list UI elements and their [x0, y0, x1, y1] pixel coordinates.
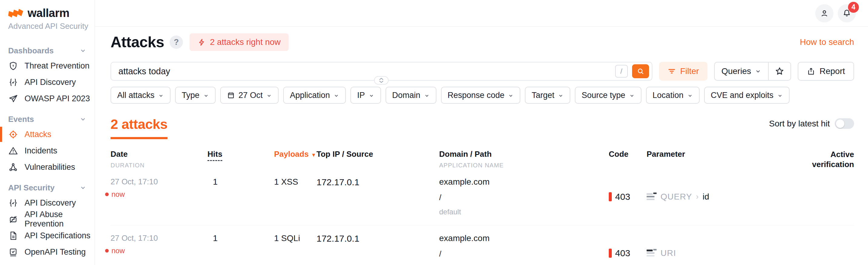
search-button[interactable]	[632, 64, 649, 78]
sort-toggle[interactable]	[835, 118, 854, 129]
attack-application: default	[439, 208, 609, 216]
attack-domain[interactable]: example.com	[439, 233, 609, 243]
page-title: Attacks	[111, 33, 164, 51]
lightning-icon	[197, 38, 206, 47]
filter-chip-source-type[interactable]: Source type	[575, 87, 641, 104]
attack-date: 27 Oct, 17:10	[111, 233, 208, 243]
attack-path: /	[439, 193, 609, 202]
help-icon[interactable]: ?	[169, 35, 183, 49]
queries-dropdown[interactable]: Queries	[715, 62, 768, 80]
sidebar-item-label: API Discovery	[25, 78, 76, 87]
report-button[interactable]: Report	[798, 62, 854, 81]
filter-chips-row: All attacks Type 27 Oct Application	[111, 87, 854, 104]
attack-duration: now	[112, 190, 125, 199]
column-header-active-verification: Active verification	[806, 149, 854, 169]
chevron-down-icon	[558, 93, 564, 98]
attack-row[interactable]: 27 Oct, 17:10 now 1 1 SQLi 172.17.0.1 ex…	[111, 225, 854, 265]
sidebar-item-api-discovery-dash[interactable]: API Discovery	[0, 74, 94, 90]
page-header: Attacks ? 2 attacks right now How to sea…	[111, 33, 854, 51]
chevron-down-icon	[777, 93, 783, 98]
live-dot-icon	[105, 249, 109, 253]
attack-row[interactable]: 27 Oct, 17:10 now 1 1 XSS 172.17.0.1 exa…	[111, 169, 854, 225]
parameter-name: id	[703, 192, 709, 202]
chip-label: All attacks	[117, 91, 154, 100]
active-verification-cell	[760, 233, 854, 265]
filter-icon	[668, 67, 676, 76]
attack-top-ip[interactable]: 172.17.0.1	[316, 177, 439, 216]
sidebar-item-label: OWASP API 2023	[25, 94, 90, 104]
parameter-separator: ›	[696, 192, 699, 201]
favorite-query-button[interactable]	[768, 62, 790, 80]
checkbox-icon	[8, 247, 18, 257]
notification-count-badge: 4	[848, 2, 859, 13]
attack-payloads[interactable]: 1 SQLi	[274, 233, 316, 265]
sidebar-item-vulnerabilities[interactable]: Vulnerabilities	[0, 159, 94, 175]
attack-payloads[interactable]: 1 XSS	[274, 177, 316, 216]
filter-button[interactable]: Filter	[659, 62, 708, 81]
column-header-hits[interactable]: Hits	[208, 149, 222, 161]
live-dot-icon	[105, 193, 109, 196]
results-count: 2 attacks	[111, 116, 167, 139]
attack-top-ip[interactable]: 172.17.0.1	[316, 233, 439, 265]
chip-label: Application	[290, 91, 330, 100]
sidebar-item-incidents[interactable]: Incidents	[0, 143, 94, 159]
target-icon	[8, 129, 18, 140]
biohazard-icon	[8, 162, 18, 172]
filter-chip-ip[interactable]: IP	[350, 87, 381, 104]
chip-label: Response code	[447, 91, 504, 100]
filter-chip-cve-and-exploits[interactable]: CVE and exploits	[704, 87, 789, 104]
filter-chip-target[interactable]: Target	[525, 87, 570, 104]
sidebar-section-api-security[interactable]: API Security	[0, 181, 94, 195]
brand-logo[interactable]: wallarm Advanced API Security	[0, 5, 94, 31]
page-content: Attacks ? 2 attacks right now How to sea…	[95, 27, 868, 265]
sidebar-item-openapi-testing[interactable]: OpenAPI Testing	[0, 244, 94, 260]
column-header-domain: Domain / Path	[439, 149, 609, 159]
notifications-button[interactable]: 4	[838, 4, 856, 23]
sidebar-section-label: Dashboards	[8, 46, 54, 56]
braces-check-icon	[8, 198, 18, 208]
sidebar-item-api-specifications[interactable]: API Specifications	[0, 227, 94, 244]
filter-chip-date[interactable]: 27 Oct	[220, 87, 279, 104]
export-icon	[807, 67, 815, 76]
attack-response-code: 403	[615, 192, 630, 202]
filter-chip-domain[interactable]: Domain	[385, 87, 436, 104]
sidebar-item-api-abuse-prevention[interactable]: API Abuse Prevention	[0, 211, 94, 227]
sidebar: wallarm Advanced API Security Dashboards…	[0, 0, 95, 265]
filter-chip-location[interactable]: Location	[646, 87, 700, 104]
filter-chip-type[interactable]: Type	[175, 87, 216, 104]
search-expand-toggle[interactable]	[374, 76, 389, 85]
column-subheader-duration: DURATION	[111, 162, 208, 169]
live-attacks-badge: 2 attacks right now	[190, 33, 288, 51]
results-header: 2 attacks Sort by latest hit	[111, 116, 854, 139]
chevron-down-icon	[424, 93, 430, 98]
search-row: / Filter Queries	[111, 62, 854, 81]
chevron-down-icon	[369, 93, 374, 98]
sidebar-item-label: Vulnerabilities	[25, 163, 75, 172]
user-profile-button[interactable]	[815, 4, 834, 23]
chevron-down-icon	[203, 93, 209, 98]
app-window: wallarm Advanced API Security Dashboards…	[0, 0, 868, 265]
sidebar-section-events[interactable]: Events	[0, 112, 94, 126]
chip-label: IP	[357, 91, 365, 100]
search-input[interactable]	[118, 66, 615, 77]
sidebar-section-dashboards[interactable]: Dashboards	[0, 44, 94, 58]
table-header: Date DURATION Hits Payloads▼ Top IP / So…	[111, 149, 854, 169]
sidebar-item-attacks[interactable]: Attacks	[0, 126, 94, 143]
sidebar-item-threat-prevention[interactable]: Threat Prevention	[0, 58, 94, 74]
chevron-down-icon	[755, 68, 762, 75]
report-button-label: Report	[819, 66, 845, 76]
star-icon	[775, 66, 784, 76]
chevron-down-icon	[334, 93, 339, 98]
sidebar-item-api-discovery[interactable]: API Discovery	[0, 195, 94, 211]
column-header-payloads[interactable]: Payloads▼	[274, 149, 316, 158]
attack-hits: 1	[208, 233, 274, 265]
sort-desc-icon: ▼	[311, 152, 316, 158]
how-to-search-link[interactable]: How to search	[800, 37, 854, 47]
sidebar-item-label: Threat Prevention	[25, 61, 90, 71]
robot-crossed-icon	[8, 214, 18, 224]
attack-domain[interactable]: example.com	[439, 177, 609, 187]
filter-chip-all-attacks[interactable]: All attacks	[111, 87, 170, 104]
sidebar-item-owasp-api-2023[interactable]: OWASP API 2023	[0, 90, 94, 107]
filter-chip-response-code[interactable]: Response code	[441, 87, 521, 104]
filter-chip-application[interactable]: Application	[283, 87, 346, 104]
